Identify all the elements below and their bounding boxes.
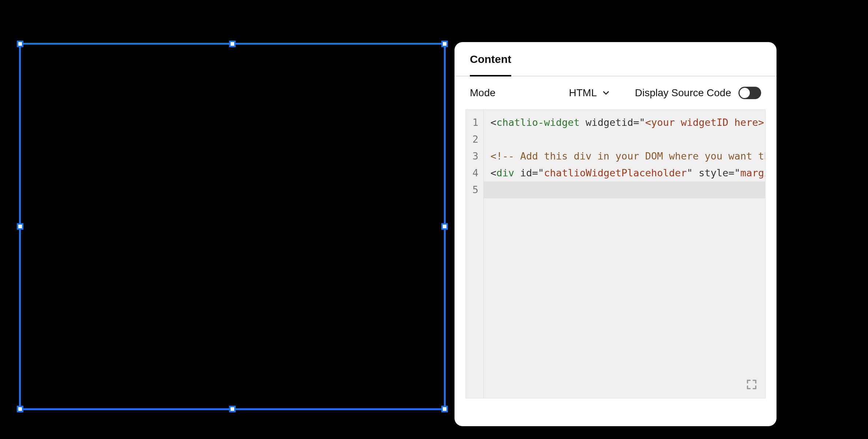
code-token: <your widgetID here> (645, 117, 764, 128)
resize-handle-bottom-left[interactable] (17, 406, 23, 412)
code-token: div (497, 167, 515, 179)
code-token: style= (693, 167, 734, 179)
settings-row: Mode HTML Display Source Code (454, 76, 777, 109)
code-line[interactable]: <chatlio-widget widgetid="<your widgetID… (490, 114, 765, 131)
resize-handle-middle-left[interactable] (17, 223, 23, 230)
panel-tabbar: Content (454, 42, 777, 76)
code-line[interactable] (484, 181, 765, 198)
chevron-down-icon (601, 88, 611, 98)
code-token: widgetid= (580, 117, 639, 128)
toggle-knob (740, 88, 750, 98)
canvas-selection-frame[interactable] (19, 43, 446, 410)
line-number: 5 (472, 181, 478, 198)
line-number: 1 (472, 114, 478, 131)
code-line[interactable] (490, 131, 765, 148)
code-token: < (490, 167, 496, 179)
code-token: " (734, 167, 740, 179)
code-area[interactable]: <chatlio-widget widgetid="<your widgetID… (484, 110, 765, 398)
code-token: " (639, 117, 645, 128)
line-number: 2 (472, 131, 478, 148)
code-token: < (490, 117, 496, 128)
code-token: margin: auto; hei (740, 167, 765, 179)
display-source-label: Display Source Code (635, 87, 731, 99)
code-token: id= (514, 167, 538, 179)
expand-editor-button[interactable] (745, 378, 758, 391)
code-token: " (764, 117, 765, 128)
line-number: 4 (472, 165, 478, 181)
code-line[interactable]: <!-- Add this div in your DOM where you … (490, 148, 765, 165)
resize-handle-top-right[interactable] (441, 41, 448, 47)
line-number-gutter: 12345 (466, 110, 484, 398)
code-token: " (538, 167, 544, 179)
mode-label: Mode (470, 87, 495, 99)
expand-icon (745, 378, 758, 391)
code-token: <!-- Add this div in your DOM where you … (490, 150, 765, 162)
line-number: 3 (472, 148, 478, 165)
code-editor[interactable]: 12345 <chatlio-widget widgetid="<your wi… (465, 109, 766, 398)
resize-handle-bottom-middle[interactable] (229, 406, 236, 412)
resize-handle-bottom-right[interactable] (441, 406, 448, 412)
code-token: chatlioWidgetPlaceholder (544, 167, 687, 179)
code-line[interactable]: <div id="chatlioWidgetPlaceholder" style… (490, 165, 765, 181)
tab-content[interactable]: Content (470, 53, 511, 76)
mode-select-value: HTML (569, 87, 597, 99)
resize-handle-top-left[interactable] (17, 41, 23, 47)
display-source-toggle[interactable] (738, 87, 761, 99)
mode-select[interactable]: HTML (569, 87, 611, 99)
resize-handle-top-middle[interactable] (229, 41, 236, 47)
resize-handle-middle-right[interactable] (441, 223, 448, 230)
content-panel: Content Mode HTML Display Source Code 12… (454, 42, 777, 426)
code-token: " (687, 167, 693, 179)
code-token: chatlio-widget (497, 117, 580, 128)
